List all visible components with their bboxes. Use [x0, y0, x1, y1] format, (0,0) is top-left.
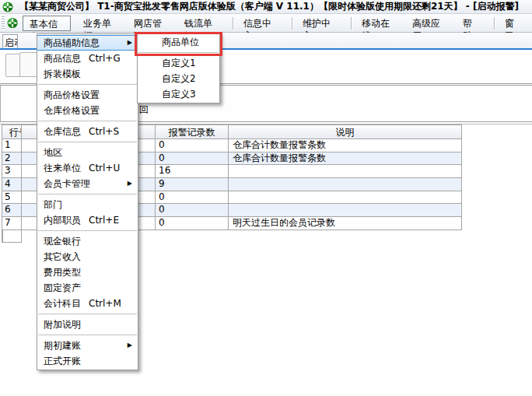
submenu-item-4[interactable]: 自定义3 — [138, 86, 219, 102]
menubar-divider — [233, 17, 233, 30]
menu-item-18[interactable]: 费用类型 — [37, 265, 138, 280]
grid-header-cell[interactable]: 报警记录数 — [156, 124, 229, 139]
menu-item-label: 拆装模板 — [44, 68, 81, 79]
menu-item-label: 部门 — [44, 199, 62, 210]
menu-separator — [37, 311, 138, 317]
grid-cell-count: 0 — [156, 152, 229, 166]
menu-item-11[interactable]: 会员卡管理▶ — [37, 176, 138, 191]
menubar-item-1[interactable]: 业务单据 — [77, 16, 124, 31]
annotation-red-box — [135, 32, 222, 56]
submenu-arrow-icon: ▶ — [128, 176, 132, 191]
menu-item-label: 会计科目 — [44, 298, 81, 309]
grid-cell-rowno: 6 — [2, 204, 22, 217]
menubar-item-5[interactable]: 维护中心 — [296, 16, 343, 31]
menu-item-9[interactable]: 地区 — [37, 145, 138, 160]
grid-cell-desc — [229, 165, 462, 178]
menu-item-7[interactable]: 仓库信息Ctrl+S — [37, 124, 138, 139]
grid-header-cell[interactable]: 说明 — [229, 124, 462, 139]
menu-item-label: 会员卡管理 — [44, 178, 90, 189]
grid-cell-count: 16 — [156, 165, 229, 178]
menu-bar: 基本信息业务单据网店管理钱流单据信息中心维护中心移动在线高级应用帮助窗口 — [0, 14, 532, 33]
grid-cell-count: 0 — [156, 139, 229, 152]
menu-item-label: 其它收入 — [44, 251, 81, 262]
submenu-item-label: 自定义3 — [162, 89, 196, 100]
app-logo-icon — [2, 2, 13, 12]
menu-item-13[interactable]: 部门 — [37, 197, 138, 212]
menu-item-14[interactable]: 内部职员Ctrl+E — [37, 212, 138, 228]
menu-item-19[interactable]: 固定资产 — [37, 280, 138, 296]
menubar-item-6[interactable]: 移动在线 — [355, 16, 402, 31]
menu-item-0[interactable]: 商品辅助信息▶ — [37, 35, 138, 51]
menu-item-24[interactable]: 期初建账▶ — [37, 338, 138, 353]
grid-cell-rowno: 4 — [2, 178, 22, 191]
toolbar-gripper[interactable] — [2, 16, 5, 30]
grid-cell-desc — [229, 204, 462, 217]
menu-item-label: 正式开账 — [44, 356, 81, 366]
shortcut-label: Ctrl+M — [89, 298, 121, 309]
menu-item-label: 费用类型 — [44, 267, 81, 278]
submenu-item-2[interactable]: 自定义1 — [138, 55, 219, 71]
menu-item-label: 商品价格设置 — [44, 89, 100, 100]
menu-item-25[interactable]: 正式开账 — [37, 353, 138, 369]
menu-item-label: 商品辅助信息 — [44, 37, 100, 48]
grid-header-cell[interactable]: 行号 — [2, 124, 22, 139]
menu-item-22[interactable]: 附加说明 — [37, 317, 138, 332]
grid-cell-desc: 仓库合计数量报警条数 — [229, 152, 462, 166]
menu-separator — [37, 332, 138, 338]
menubar-item-3[interactable]: 钱流单据 — [178, 16, 225, 31]
menu-item-2[interactable]: 拆装模板 — [37, 66, 138, 82]
submenu-arrow-icon: ▶ — [128, 338, 132, 353]
menu-item-10[interactable]: 往来单位Ctrl+U — [37, 160, 138, 176]
menu-item-17[interactable]: 其它收入 — [37, 249, 138, 265]
menu-item-label: 仓库价格设置 — [44, 105, 100, 116]
shortcut-label: Ctrl+G — [89, 53, 121, 64]
submenu-item-label: 自定义1 — [162, 58, 196, 68]
grid-cell-count: 0 — [156, 191, 229, 205]
submenu-item-3[interactable]: 自定义2 — [138, 71, 219, 86]
grid-cell-desc: 明天过生日的会员记录数 — [229, 217, 462, 230]
menu-item-label: 期初建账 — [44, 340, 81, 351]
menubar-item-2[interactable]: 网店管理 — [128, 16, 174, 31]
menu-separator — [37, 118, 138, 124]
menu-item-16[interactable]: 现金银行 — [37, 233, 138, 249]
menu-item-label: 仓库信息 — [44, 126, 81, 137]
menu-item-5[interactable]: 仓库价格设置 — [37, 103, 138, 118]
menu-item-label: 附加说明 — [44, 319, 81, 330]
menu-separator — [37, 82, 138, 87]
shortcut-label: Ctrl+U — [89, 163, 120, 173]
menubar-logo-icon — [7, 17, 18, 29]
menubar-item-9[interactable]: 窗口 — [499, 16, 528, 31]
menu-item-label: 商品信息 — [44, 53, 81, 64]
menubar-item-8[interactable]: 帮助 — [457, 16, 486, 31]
menu-item-20[interactable]: 会计科目Ctrl+M — [37, 296, 138, 311]
grid-cell-count: 0 — [156, 217, 229, 230]
grid-cell-desc: 仓库合计数量报警条数 — [229, 139, 462, 152]
menu-item-4[interactable]: 商品价格设置 — [37, 87, 138, 103]
submenu-item-label: 自定义2 — [162, 73, 196, 84]
grid-cell-rowno: 2 — [2, 152, 22, 166]
menubar-divider — [292, 17, 292, 30]
grid-cell-rowno: 3 — [2, 165, 22, 178]
grid-cell-rowno: 1 — [2, 139, 22, 152]
grid-cell-desc — [229, 191, 462, 205]
grid-cell-rowno: 5 — [2, 191, 22, 205]
menu-item-label: 往来单位 — [44, 163, 81, 173]
menubar-item-7[interactable]: 高级应用 — [406, 16, 453, 31]
tab-start-alarm[interactable]: 启动报警 — [2, 34, 18, 48]
dropdown-menu-basic-info: 商品辅助信息▶商品信息Ctrl+G拆装模板商品价格设置仓库价格设置仓库信息Ctr… — [37, 33, 138, 370]
shortcut-label: Ctrl+S — [89, 126, 119, 137]
menubar-divider — [494, 17, 495, 30]
grid-cell-rowno: 7 — [2, 217, 22, 230]
menu-separator — [37, 191, 138, 197]
menu-item-label: 固定资产 — [44, 282, 81, 293]
shortcut-label: Ctrl+E — [89, 215, 119, 226]
menu-separator — [37, 139, 138, 145]
title-bar: 【某某商贸公司】 T1-商贸宝批发零售网店版体验版（客户端 V 11.1）【限时… — [0, 0, 532, 14]
menu-item-label: 现金银行 — [44, 236, 81, 247]
window-title: 【某某商贸公司】 T1-商贸宝批发零售网店版体验版（客户端 V 11.1）【限时… — [19, 0, 519, 13]
menubar-item-4[interactable]: 信息中心 — [237, 16, 284, 31]
menu-item-1[interactable]: 商品信息Ctrl+G — [37, 51, 138, 66]
menu-item-label: 地区 — [44, 147, 62, 158]
menubar-divider — [351, 17, 352, 30]
menubar-item-0[interactable]: 基本信息 — [23, 16, 71, 31]
